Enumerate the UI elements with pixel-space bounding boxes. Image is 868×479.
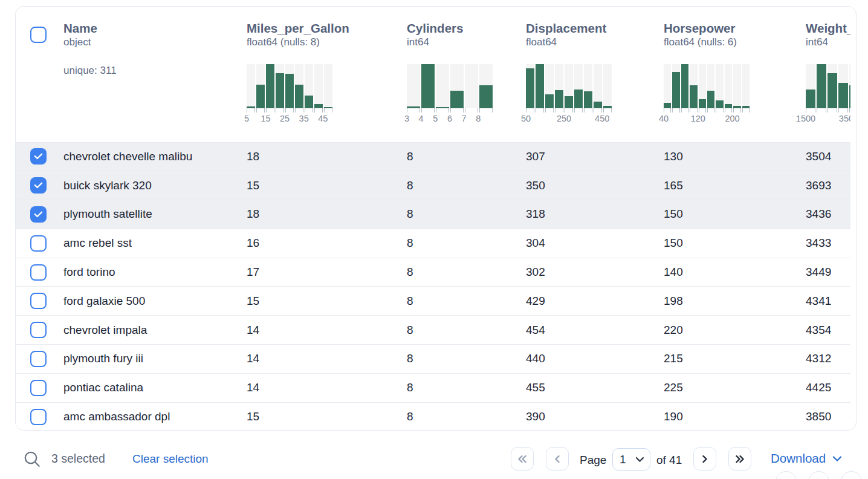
axis-tick [526, 108, 534, 112]
next-page-button[interactable] [693, 447, 716, 471]
cell-value: 150 [664, 236, 806, 250]
select-all-cell [16, 7, 63, 43]
histogram-bin [828, 64, 837, 108]
row-checkbox[interactable] [30, 409, 47, 425]
cell-value: 390 [526, 410, 664, 423]
histogram-bar [545, 94, 554, 108]
selected-count-label: 3 selected [51, 452, 105, 466]
row-checkbox[interactable] [30, 148, 47, 165]
column-title: Displacement [526, 21, 664, 36]
axis-tick [681, 108, 688, 112]
column-header-name[interactable]: Nameobjectunique: 311 [63, 7, 247, 77]
row-checkbox[interactable] [30, 235, 47, 252]
cell-value: 8 [407, 324, 526, 337]
axis-tick [256, 108, 265, 112]
cell-name: plymouth satellite [63, 207, 247, 221]
histogram-bin [681, 64, 688, 108]
histogram-bar [672, 72, 679, 108]
histogram-bin [574, 64, 583, 108]
cell-value: 8 [407, 266, 526, 279]
histogram-bar [584, 91, 592, 108]
histogram-bar [594, 102, 602, 108]
search-icon[interactable] [23, 450, 41, 468]
download-label: Download [771, 451, 826, 466]
cell-value: 4425 [806, 381, 850, 394]
axis-tick [295, 108, 303, 112]
axis-tick [574, 108, 583, 112]
histogram-bar [828, 73, 837, 108]
axis-tick [594, 108, 602, 112]
column-histogram: 15003500 [806, 64, 850, 125]
axis-tick [247, 108, 255, 112]
row-checkbox-cell [16, 177, 63, 194]
histogram-bin [664, 64, 671, 108]
cell-value: 4341 [806, 295, 850, 308]
histogram-bin [806, 64, 815, 108]
last-page-button[interactable] [728, 447, 751, 471]
page-of-label: of 41 [656, 454, 682, 467]
column-histogram: 50250450 [526, 64, 612, 125]
cell-name: amc rebel sst [63, 236, 247, 250]
row-checkbox[interactable] [30, 322, 47, 338]
histogram-bin [555, 64, 563, 108]
cell-value: 16 [247, 236, 407, 250]
first-page-button[interactable] [511, 447, 534, 471]
axis-tick [479, 108, 493, 112]
axis-tick [324, 108, 332, 112]
column-header-displacement[interactable]: Displacementfloat6450250450 [526, 7, 664, 125]
row-checkbox[interactable] [30, 380, 47, 396]
axis-tick [450, 108, 464, 112]
corner-action-button-2[interactable] [808, 471, 829, 479]
cell-value: 440 [526, 352, 664, 365]
histogram-bar [324, 107, 332, 108]
axis-tick-label: 5 [244, 114, 249, 123]
row-checkbox-cell [16, 380, 63, 396]
cell-value: 130 [664, 150, 806, 163]
cell-name: amc ambassador dpl [63, 410, 247, 423]
column-header-cylinders[interactable]: Cylindersint64345678 [407, 7, 526, 125]
histogram-bar [450, 91, 464, 108]
table-row: chevrolet chevelle malibu1883071303504 [16, 142, 850, 171]
download-menu[interactable]: Download [771, 451, 842, 466]
cell-value: 15 [247, 179, 407, 192]
data-table-card: Nameobjectunique: 311Miles_per_Gallonflo… [15, 6, 857, 431]
cell-value: 198 [664, 295, 806, 308]
axis-tick-label: 5 [433, 114, 438, 123]
histogram-axis-ticks [526, 108, 612, 112]
table-row: plymouth satellite1883181503436 [16, 200, 850, 229]
select-all-checkbox[interactable] [30, 27, 47, 43]
row-checkbox[interactable] [30, 293, 47, 309]
page-number-select[interactable]: 1 [612, 448, 650, 471]
axis-tick-label: 45 [318, 114, 328, 123]
double-chevron-left-icon [517, 454, 528, 464]
cell-value: 318 [526, 207, 664, 221]
histogram-bar [295, 85, 303, 108]
column-dtype: float64 (nulls: 8) [247, 36, 407, 48]
histogram-bar [555, 90, 563, 108]
corner-action-button-1[interactable] [776, 471, 797, 479]
row-checkbox[interactable] [30, 264, 47, 281]
column-header-horsepower[interactable]: Horsepowerfloat64 (nulls: 6)40120200 [664, 7, 806, 125]
histogram-bar [838, 83, 848, 108]
row-checkbox[interactable] [30, 177, 47, 194]
table-scroll-area[interactable]: Nameobjectunique: 311Miles_per_Gallonflo… [16, 7, 850, 430]
clear-selection-link[interactable]: Clear selection [132, 452, 209, 466]
corner-action-button-3[interactable] [841, 471, 862, 479]
axis-tick [806, 108, 815, 112]
row-checkbox-cell [16, 409, 63, 425]
row-checkbox[interactable] [30, 206, 47, 223]
column-header-miles_per_gallon[interactable]: Miles_per_Gallonfloat64 (nulls: 8)515253… [247, 7, 407, 125]
column-header-weight[interactable]: Weight_in_lbsint6415003500 [806, 7, 850, 125]
row-checkbox[interactable] [30, 351, 47, 367]
table-body: chevrolet chevelle malibu1883071303504bu… [16, 142, 850, 431]
cell-value: 150 [664, 207, 806, 221]
histogram-bin [707, 64, 714, 108]
cell-value: 3433 [806, 236, 850, 250]
column-unique-count: unique: 311 [63, 64, 247, 77]
previous-page-button[interactable] [546, 447, 569, 471]
row-checkbox-cell [16, 235, 63, 252]
axis-tick [407, 108, 420, 112]
axis-tick-label: 4 [419, 114, 424, 123]
row-checkbox-cell [16, 206, 63, 223]
cell-name: ford torino [63, 266, 247, 279]
